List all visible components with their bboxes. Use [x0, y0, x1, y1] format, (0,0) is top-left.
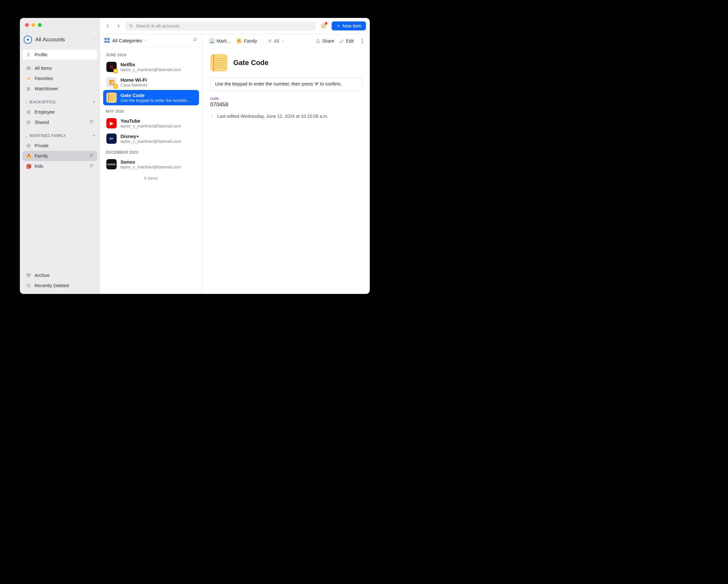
chevron-down-icon: [92, 38, 96, 41]
list-header: All Categories: [100, 34, 202, 47]
list-item[interactable]: D+ Disney+ taylor_c_martinez@fastmail.co…: [103, 131, 199, 146]
item-subtitle: Casa Martinez: [121, 83, 196, 87]
list-item[interactable]: SONOS Sonos taylor_c_martinez@fastmail.c…: [103, 157, 199, 172]
chevron-down-icon: ⌄: [25, 100, 28, 104]
fullscreen-window-button[interactable]: [38, 23, 42, 27]
account-switcher[interactable]: All Accounts: [20, 32, 100, 47]
sidebar-section-header[interactable]: ⌄ BACKOFFICE ＋: [20, 94, 100, 107]
item-icon: N ★: [106, 62, 116, 72]
close-window-button[interactable]: [25, 23, 29, 27]
account-avatar-icon: 🏔️: [209, 38, 215, 44]
app-logo-icon: [24, 35, 32, 44]
new-item-button[interactable]: New Item: [332, 22, 366, 30]
list-item[interactable]: N ★ Netflix taylor_c_martinez@fastmail.c…: [103, 59, 199, 75]
edit-button[interactable]: Edit: [337, 37, 356, 45]
category-dropdown[interactable]: All Categories: [112, 38, 190, 43]
svg-point-10: [27, 144, 30, 147]
star-icon: ★: [26, 76, 31, 81]
share-icon: [316, 39, 320, 44]
notifications-button[interactable]: 🧭: [319, 21, 329, 31]
favorite-badge-icon: ★: [113, 84, 118, 89]
sidebar-item-all-items[interactable]: All Items: [22, 63, 97, 73]
svg-point-26: [270, 40, 271, 41]
svg-point-5: [28, 111, 29, 113]
add-vault-button[interactable]: ＋: [92, 99, 97, 105]
list-item[interactable]: 📶 ★ Home Wi-Fi Casa Martinez: [103, 75, 199, 90]
svg-point-13: [92, 154, 93, 155]
sidebar-vault-item[interactable]: Shared: [22, 117, 97, 128]
sort-button[interactable]: [192, 37, 198, 44]
item-count: 6 Items: [103, 172, 199, 185]
category-label: All Categories: [112, 38, 142, 43]
sidebar: All Accounts Profile All Items ★ Favorit…: [20, 18, 100, 294]
search-placeholder: Search in all accounts: [136, 23, 180, 28]
vault-label: Private: [34, 143, 49, 148]
minimize-window-button[interactable]: [31, 23, 35, 27]
sidebar-vault-item[interactable]: 🎒 Kids: [22, 161, 97, 171]
vault-icon: 🔥: [26, 153, 31, 159]
sidebar-item-watchtower[interactable]: Watchtower: [22, 84, 97, 94]
item-icon: D+: [106, 134, 116, 144]
vault-label: Family: [34, 154, 48, 159]
sidebar-item-favorites[interactable]: ★ Favorites: [22, 73, 97, 84]
svg-rect-3: [28, 89, 29, 90]
recently-deleted-icon: [26, 283, 31, 288]
edit-label: Edit: [346, 38, 354, 44]
vault-label: Employee: [34, 110, 54, 115]
item-title: Home Wi-Fi: [121, 77, 196, 83]
shared-icon: [89, 119, 94, 125]
field-label: code: [210, 96, 362, 101]
sidebar-item-recently-deleted[interactable]: Recently Deleted: [22, 280, 97, 291]
sidebar-vault-item[interactable]: Employee: [22, 107, 97, 117]
list-group-header: MAY 2024: [103, 105, 199, 116]
list-group-header: DECEMBER 2023: [103, 146, 199, 157]
item-title: Sonos: [121, 159, 196, 165]
window-controls: [25, 23, 42, 27]
people-icon: [267, 39, 272, 43]
add-vault-button[interactable]: ＋: [92, 133, 97, 139]
chevron-right-icon: [210, 114, 214, 118]
sidebar-item-archive[interactable]: Archive: [22, 270, 97, 280]
list-item[interactable]: ▶ YouTube taylor_c_martinez@fastmail.com: [103, 116, 199, 131]
sidebar-nav: Profile All Items ★ Favorites Watchtower: [20, 47, 100, 94]
more-actions-button[interactable]: [359, 39, 365, 44]
sidebar-item-label: Favorites: [34, 76, 53, 81]
field-value[interactable]: 070458: [210, 102, 362, 108]
plus-icon: [336, 24, 341, 28]
sidebar-vault-item[interactable]: 🔥 Family: [22, 151, 97, 161]
svg-point-8: [90, 121, 92, 122]
vault-icon: [26, 119, 31, 125]
drawers-icon: [26, 65, 31, 71]
person-icon: [26, 52, 31, 58]
search-input[interactable]: Search in all accounts: [126, 21, 316, 31]
search-icon: [129, 24, 133, 28]
sidebar-vault-item[interactable]: Private: [22, 141, 97, 151]
detail-hero: Gate Code: [210, 54, 362, 72]
scope-dropdown[interactable]: All: [266, 37, 286, 45]
vault-label: Kids: [34, 164, 43, 169]
item-subtitle: taylor_c_martinez@fastmail.com: [121, 67, 196, 72]
item-icon: [106, 92, 116, 103]
breadcrumb-vault[interactable]: 🔥 Family: [234, 37, 259, 45]
shared-icon: [89, 153, 94, 159]
share-button[interactable]: Share: [314, 37, 336, 45]
nav-back-button[interactable]: [104, 22, 111, 30]
sidebar-section-header[interactable]: ⌄ MARTINEZ FAMILY ＋: [20, 128, 100, 141]
nav-forward-button[interactable]: [115, 22, 122, 30]
item-title: Gate Code: [121, 92, 196, 98]
last-edited-row[interactable]: Last edited Wednesday, June 12, 2024 at …: [210, 114, 362, 119]
sidebar-item-label: Profile: [34, 52, 47, 57]
breadcrumb-account-label: Marti…: [216, 38, 231, 44]
sidebar-item-profile[interactable]: Profile: [22, 50, 97, 60]
item-list-column: All Categories JUNE 2024 N ★ Netflix tay…: [100, 34, 203, 294]
vault-icon: [26, 143, 31, 148]
main-content: Search in all accounts 🧭 New Item All Ca…: [100, 18, 370, 294]
item-subtitle: taylor_c_martinez@fastmail.com: [121, 165, 196, 169]
list-item[interactable]: Gate Code Use the keypad to enter the nu…: [103, 90, 199, 105]
app-window: All Accounts Profile All Items ★ Favorit…: [20, 18, 370, 294]
breadcrumb-account[interactable]: 🏔️ Marti…: [207, 37, 233, 45]
item-subtitle: taylor_c_martinez@fastmail.com: [121, 139, 196, 144]
accounts-label: All Accounts: [35, 36, 89, 43]
svg-point-4: [27, 110, 30, 114]
shared-icon: [89, 163, 94, 169]
